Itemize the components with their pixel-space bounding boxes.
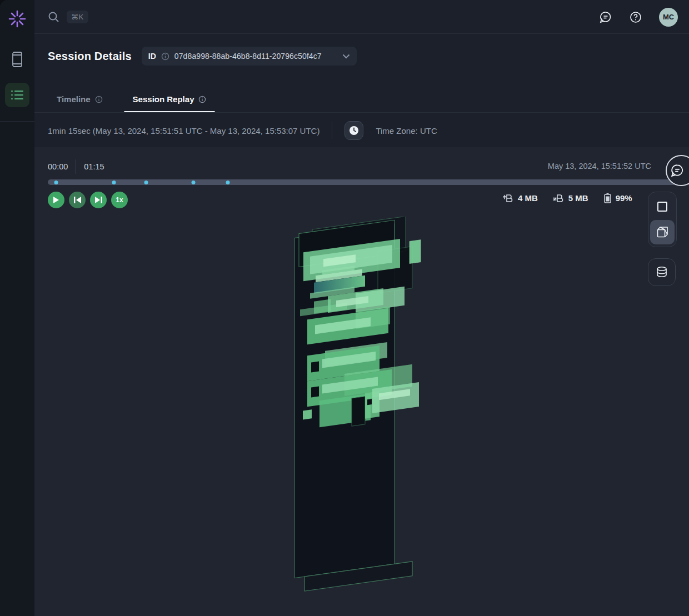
timeline-end-label: 01:15	[84, 162, 104, 171]
tab-timeline[interactable]: Timeline	[48, 90, 112, 113]
chat-bubble-icon	[599, 11, 612, 24]
page-title: Session Details	[48, 50, 132, 63]
square-icon	[657, 201, 668, 212]
info-icon	[95, 96, 103, 103]
divider	[332, 122, 332, 139]
search-icon	[48, 11, 59, 23]
list-icon	[11, 89, 24, 101]
session-info-row: 1min 15sec (May 13, 2024, 15:51:51 UTC -…	[48, 121, 437, 140]
timeline-event-marker[interactable]	[192, 181, 196, 184]
timezone-label: Time Zone: UTC	[376, 126, 437, 136]
skip-back-button[interactable]	[69, 192, 86, 208]
sidebar-divider	[0, 121, 34, 122]
tab-session-replay[interactable]: Session Replay	[124, 90, 216, 113]
divider	[76, 159, 76, 174]
view-mode-toggle	[648, 192, 677, 247]
topbar: ⌘K MC	[34, 0, 689, 34]
cube-icon	[656, 226, 668, 238]
chevron-down-icon	[342, 54, 350, 59]
database-icon	[656, 266, 668, 278]
help-button[interactable]	[629, 11, 642, 24]
session-details-app: ⌘K MC	[0, 0, 689, 616]
playback-controls: 1x	[48, 192, 128, 208]
battery-value: 99%	[616, 193, 632, 203]
timeline-event-marker[interactable]	[226, 181, 229, 184]
session-id-dropdown[interactable]: ID 07d8a998-88ab-46b8-8d11-20796c50f4c7	[142, 47, 357, 66]
session-id-value: 07d8a998-88ab-46b8-8d11-20796c50f4c7	[174, 52, 322, 61]
battery-stat: 99%	[604, 193, 632, 203]
timezone-button[interactable]	[344, 121, 363, 140]
view-2d-button[interactable]	[650, 194, 675, 219]
skip-back-icon	[74, 197, 81, 203]
skip-forward-icon	[95, 197, 102, 203]
view-3d-button[interactable]	[650, 220, 675, 244]
timeline-event-marker[interactable]	[144, 181, 148, 184]
id-label: ID	[148, 52, 156, 61]
skip-forward-button[interactable]	[90, 192, 107, 208]
phone-icon	[12, 51, 23, 68]
feedback-chat-button[interactable]	[599, 11, 612, 24]
timeline-labels: 00:00 01:15	[48, 159, 104, 174]
main-area: ⌘K MC	[34, 0, 689, 616]
current-timestamp-label: May 13, 2024, 15:51:52 UTC	[548, 162, 651, 171]
timeline-event-marker[interactable]	[54, 181, 58, 184]
bytes-out-icon	[503, 193, 513, 203]
page-header: Session Details ID 07d8a998-88ab-46b8-8d…	[48, 47, 357, 66]
data-out-stat: 4 MB	[503, 193, 538, 203]
session-duration-text: 1min 15sec (May 13, 2024, 15:51:51 UTC -…	[48, 126, 319, 136]
tab-bar-divider	[34, 112, 689, 113]
info-icon	[161, 52, 169, 61]
play-icon	[53, 196, 59, 204]
sidebar-item-session-list[interactable]	[5, 83, 29, 107]
app-logo-icon[interactable]	[7, 9, 27, 29]
bytes-in-icon	[553, 193, 564, 203]
timeline-track[interactable]	[48, 179, 689, 185]
sidebar	[0, 0, 34, 616]
data-layers-button[interactable]	[648, 258, 676, 286]
chat-bubble-icon	[670, 163, 685, 178]
question-circle-icon	[629, 11, 642, 24]
data-in-value: 5 MB	[568, 193, 588, 203]
sidebar-item-sessions[interactable]	[0, 51, 34, 68]
session-replay-panel: 00:00 01:15 May 13, 2024, 15:51:52 UTC 1…	[34, 147, 689, 616]
tab-timeline-label: Timeline	[57, 94, 91, 104]
play-button[interactable]	[48, 192, 64, 208]
battery-icon	[604, 193, 611, 203]
tab-bar: Timeline Session Replay	[48, 90, 215, 113]
data-in-stat: 5 MB	[553, 193, 588, 203]
playback-speed-button[interactable]: 1x	[111, 192, 128, 208]
session-replay-3d-scene[interactable]	[278, 217, 456, 605]
timeline-start-label: 00:00	[48, 162, 68, 171]
session-stats: 4 MB 5 MB 99%	[503, 193, 632, 203]
avatar-initials: MC	[659, 8, 678, 27]
user-avatar[interactable]: MC	[659, 8, 678, 27]
search-shortcut-badge: ⌘K	[67, 11, 88, 23]
data-out-value: 4 MB	[518, 193, 538, 203]
tab-session-replay-label: Session Replay	[133, 94, 194, 104]
timeline-event-marker[interactable]	[112, 181, 116, 184]
info-icon	[198, 96, 206, 103]
global-search[interactable]: ⌘K	[48, 11, 88, 23]
clock-icon	[349, 126, 359, 136]
